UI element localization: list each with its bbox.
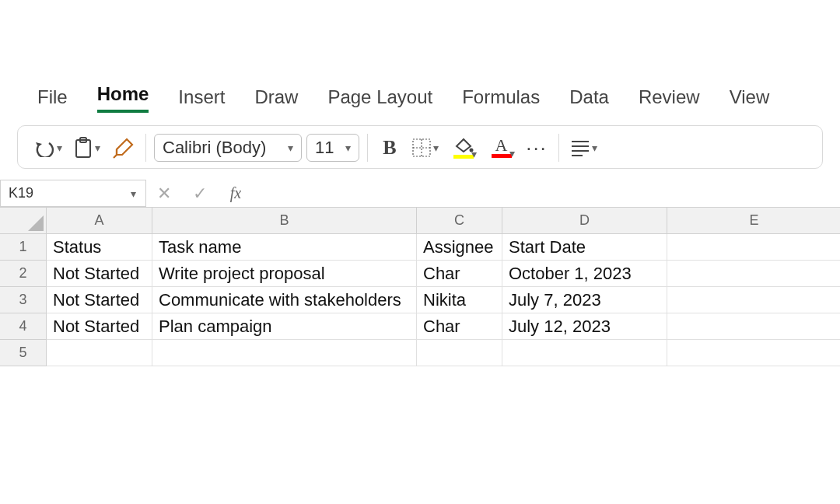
- tab-home[interactable]: Home: [97, 83, 149, 113]
- font-color-button[interactable]: A ▾: [485, 134, 518, 162]
- format-painter-button[interactable]: [108, 134, 138, 162]
- cell-c5[interactable]: [417, 340, 502, 366]
- cell-e4[interactable]: [667, 313, 840, 340]
- chevron-down-icon: ▾: [95, 142, 100, 154]
- cell-d3[interactable]: July 7, 2023: [502, 287, 667, 313]
- tab-file[interactable]: File: [37, 86, 68, 113]
- cell-b4[interactable]: Plan campaign: [152, 313, 417, 340]
- column-header-e[interactable]: E: [667, 208, 840, 234]
- chevron-down-icon: ▾: [592, 142, 597, 154]
- cell-a1[interactable]: Status: [47, 234, 152, 261]
- borders-icon: [411, 138, 432, 158]
- undo-icon: [33, 138, 55, 157]
- formula-input[interactable]: [254, 180, 840, 207]
- name-box[interactable]: K19 ▾: [0, 180, 146, 207]
- row-header-2[interactable]: 2: [0, 261, 47, 287]
- triangle-icon: [28, 215, 44, 231]
- cell-b1[interactable]: Task name: [152, 234, 417, 261]
- tab-review[interactable]: Review: [639, 86, 700, 113]
- cell-e3[interactable]: [667, 287, 840, 313]
- toolbar: ▾ ▾ Calibri (Body) ▾ 11 ▾ B ▾ ▾: [17, 125, 823, 169]
- enter-formula-button[interactable]: ✓: [182, 180, 218, 207]
- formula-bar: K19 ▾ ✕ ✓ fx: [0, 180, 840, 208]
- insert-function-button[interactable]: fx: [218, 180, 254, 207]
- chevron-down-icon: ▾: [433, 142, 439, 154]
- more-options-button[interactable]: ···: [523, 134, 551, 162]
- column-header-c[interactable]: C: [417, 208, 502, 234]
- chevron-down-icon: ▾: [288, 142, 293, 154]
- font-size-value: 11: [315, 138, 334, 158]
- cell-a5[interactable]: [47, 340, 152, 366]
- cell-c3[interactable]: Nikita: [417, 287, 502, 313]
- tab-view[interactable]: View: [730, 86, 770, 113]
- cell-e5[interactable]: [667, 340, 840, 366]
- chevron-down-icon: ▾: [131, 187, 136, 200]
- fill-color-swatch: [453, 155, 474, 159]
- spreadsheet-grid[interactable]: A B C D E 1 Status Task name Assignee St…: [0, 208, 840, 366]
- tab-draw[interactable]: Draw: [254, 86, 298, 113]
- cell-c4[interactable]: Char: [417, 313, 502, 340]
- check-icon: ✓: [193, 184, 207, 204]
- font-name-select[interactable]: Calibri (Body) ▾: [154, 134, 302, 162]
- cell-d5[interactable]: [502, 340, 667, 366]
- cell-a4[interactable]: Not Started: [47, 313, 152, 340]
- undo-button[interactable]: ▾: [30, 134, 65, 162]
- chevron-down-icon: ▾: [345, 142, 351, 154]
- bold-button[interactable]: B: [376, 134, 404, 162]
- column-header-d[interactable]: D: [502, 208, 667, 234]
- select-all-corner[interactable]: [0, 208, 47, 234]
- cell-e2[interactable]: [667, 261, 840, 287]
- cell-reference: K19: [9, 185, 33, 201]
- ribbon-tabs: File Home Insert Draw Page Layout Formul…: [0, 82, 840, 114]
- cell-e1[interactable]: [667, 234, 840, 261]
- row-header-4[interactable]: 4: [0, 313, 47, 340]
- cell-a3[interactable]: Not Started: [47, 287, 152, 313]
- clipboard-icon: [73, 137, 93, 159]
- cell-d4[interactable]: July 12, 2023: [502, 313, 667, 340]
- borders-button[interactable]: ▾: [408, 134, 442, 162]
- chevron-down-icon: ▾: [509, 147, 515, 159]
- paint-bucket-icon: [453, 138, 474, 153]
- row-header-5[interactable]: 5: [0, 340, 47, 366]
- cell-c1[interactable]: Assignee: [417, 234, 502, 261]
- column-header-b[interactable]: B: [152, 208, 417, 234]
- font-size-select[interactable]: 11 ▾: [306, 134, 359, 162]
- font-color-swatch: [492, 154, 512, 158]
- x-icon: ✕: [157, 184, 171, 204]
- row-header-3[interactable]: 3: [0, 287, 47, 313]
- toolbar-separator: [367, 134, 368, 162]
- fill-color-button[interactable]: ▾: [446, 134, 480, 162]
- font-name-value: Calibri (Body): [163, 138, 266, 158]
- cancel-formula-button[interactable]: ✕: [146, 180, 182, 207]
- cell-b5[interactable]: [152, 340, 417, 366]
- tab-page-layout[interactable]: Page Layout: [327, 86, 432, 113]
- svg-rect-2: [413, 139, 430, 156]
- cell-d2[interactable]: October 1, 2023: [502, 261, 667, 287]
- paste-button[interactable]: ▾: [70, 134, 103, 162]
- letter-a-icon: A: [495, 138, 508, 152]
- align-icon: [570, 139, 590, 156]
- cell-c2[interactable]: Char: [417, 261, 502, 287]
- row-header-1[interactable]: 1: [0, 234, 47, 261]
- toolbar-separator: [558, 134, 559, 162]
- align-button[interactable]: ▾: [567, 134, 600, 162]
- toolbar-separator: [145, 134, 146, 162]
- fx-icon: fx: [230, 184, 241, 202]
- tab-insert[interactable]: Insert: [178, 86, 225, 113]
- column-header-a[interactable]: A: [47, 208, 152, 234]
- cell-a2[interactable]: Not Started: [47, 261, 152, 287]
- chevron-down-icon: ▾: [57, 142, 62, 154]
- cell-b3[interactable]: Communicate with stakeholders: [152, 287, 417, 313]
- tab-formulas[interactable]: Formulas: [462, 86, 540, 113]
- cell-d1[interactable]: Start Date: [502, 234, 667, 261]
- tab-data[interactable]: Data: [569, 86, 609, 113]
- paintbrush-icon: [111, 137, 135, 159]
- cell-b2[interactable]: Write project proposal: [152, 261, 417, 287]
- chevron-down-icon: ▾: [471, 148, 477, 160]
